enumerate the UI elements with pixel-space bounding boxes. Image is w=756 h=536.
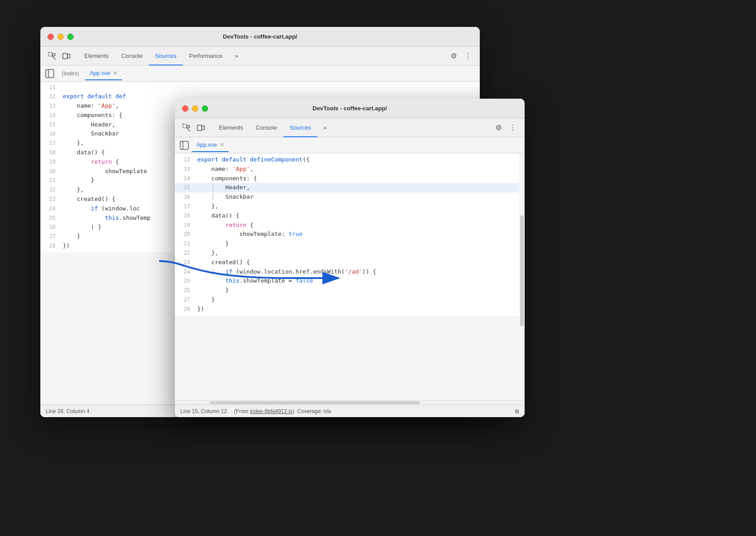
tab-more-back[interactable]: » [229,47,244,65]
code-line-25-front: 25 this.showTemplate = false [175,276,525,286]
svg-rect-6 [183,124,187,128]
file-tab-appvue-front[interactable]: App.vue ✕ [192,139,229,152]
window-title-back: DevTools - coffee-cart.app/ [223,33,297,40]
device-icon-back[interactable] [60,50,73,62]
inspect-icon-back[interactable] [46,50,58,62]
scrollbar-thumb-front[interactable] [520,215,524,327]
sidebar-toggle-front[interactable] [178,139,190,151]
file-tab-close-front[interactable]: ✕ [220,142,224,148]
h-scrollbar-thumb-front[interactable] [210,401,420,404]
code-panel-front: 12 export default defineComponent({ 13 n… [175,153,525,417]
code-area-front: 12 export default defineComponent({ 13 n… [175,153,525,316]
status-icon-right: ⊞ [515,408,519,414]
tab-elements-back[interactable]: Elements [78,47,115,65]
toolbar-right-front: ⚙ ⋮ [492,122,519,134]
svg-rect-3 [67,54,70,58]
svg-rect-8 [197,125,202,131]
scrollbar-track-front[interactable] [519,153,525,400]
close-button-back[interactable] [48,34,54,40]
minimize-button-back[interactable] [57,34,64,40]
code-line-19-front: 19 return { [175,221,525,230]
inspect-icon-front[interactable] [180,122,193,134]
code-line-20-front: 20 showTemplate: true [175,230,525,239]
window-body-front: Elements Console Sources » ⚙ ⋮ App.vue [175,118,525,417]
source-link-front[interactable]: index-8bfa4912.js [250,408,292,414]
traffic-lights-front [182,105,208,112]
device-icon-front[interactable] [195,122,207,134]
more-icon-front[interactable]: ⋮ [507,122,519,134]
svg-rect-10 [180,141,188,149]
svg-rect-2 [63,53,67,59]
svg-rect-0 [48,52,52,56]
status-position-front: Line 15, Column 12 [180,408,227,414]
svg-point-1 [52,53,55,56]
tab-sources-front[interactable]: Sources [283,118,317,137]
svg-point-7 [187,125,190,128]
tab-console-back[interactable]: Console [115,47,149,65]
maximize-button-front[interactable] [202,105,208,112]
file-tab-index-back[interactable]: (index) [57,67,83,80]
toolbar-right-back: ⚙ ⋮ [448,50,474,62]
file-tabs-bar-front: App.vue ✕ [175,137,525,153]
toolbar-front: Elements Console Sources » ⚙ ⋮ [175,118,525,137]
svg-rect-4 [46,70,54,78]
tab-more-front[interactable]: » [317,118,333,137]
window-title-front: DevTools - coffee-cart.app/ [313,105,387,112]
code-line-14-front: 14 components: { [175,174,525,183]
file-tabs-bar-back: (index) App.vue ✕ [40,65,480,82]
code-line-13-front: 13 name: 'App', [175,165,525,174]
h-scrollbar-front[interactable] [175,400,525,405]
code-line-15-front: 15 │ Header, [175,183,525,192]
code-line-22-front: 22 }, [175,248,525,258]
minimize-button-front[interactable] [192,105,198,112]
code-line-24-front: 24 │ if (window.location.href.endsWith('… [175,267,525,277]
status-source-front: (From index-8bfa4912.js) Coverage: n/a [234,408,331,414]
toolbar-back: Elements Console Sources Performance » ⚙… [40,47,480,65]
tab-console-front[interactable]: Console [249,118,283,137]
maximize-button-back[interactable] [67,34,74,40]
traffic-lights-back [48,34,74,40]
more-icon-back[interactable]: ⋮ [462,50,474,62]
tab-sources-back[interactable]: Sources [149,47,183,65]
status-bar-front: Line 15, Column 12 (From index-8bfa4912.… [175,405,525,417]
tab-group-front: Elements Console Sources » [213,118,333,137]
tab-group-back: Elements Console Sources Performance » [78,47,244,65]
code-line-27-front: 27 } [175,295,525,305]
title-bar-front: DevTools - coffee-cart.app/ [175,99,525,118]
file-tab-close-back[interactable]: ✕ [113,70,117,76]
close-button-front[interactable] [182,105,188,112]
status-position-back: Line 26, Column 4 [46,408,89,414]
sidebar-toggle-back[interactable] [44,68,56,79]
code-line-26-front: 26 } [175,286,525,295]
code-line-28-front: 28 }) [175,305,525,314]
code-line-11-back: 11 [40,83,480,92]
tab-performance-back[interactable]: Performance [183,47,229,65]
settings-icon-front[interactable]: ⚙ [492,122,505,134]
code-line-18-front: 18 data() { [175,211,525,221]
devtools-window-front: DevTools - coffee-cart.app/ Elements [175,99,525,417]
code-line-16-front: 16 │ Snackbar [175,192,525,202]
code-wrapper-front: 12 export default defineComponent({ 13 n… [175,153,525,400]
code-line-17-front: 17 }, [175,202,525,211]
code-line-21-front: 21 } [175,239,525,248]
tab-elements-front[interactable]: Elements [213,118,249,137]
title-bar-back: DevTools - coffee-cart.app/ [40,27,480,47]
code-line-12-front: 12 export default defineComponent({ [175,155,525,165]
svg-rect-9 [202,126,204,130]
file-tab-appvue-back[interactable]: App.vue ✕ [85,67,122,80]
code-content-front: 12 export default defineComponent({ 13 n… [175,153,525,316]
settings-icon-back[interactable]: ⚙ [448,50,460,62]
code-line-23-front: 23 created() { [175,258,525,267]
